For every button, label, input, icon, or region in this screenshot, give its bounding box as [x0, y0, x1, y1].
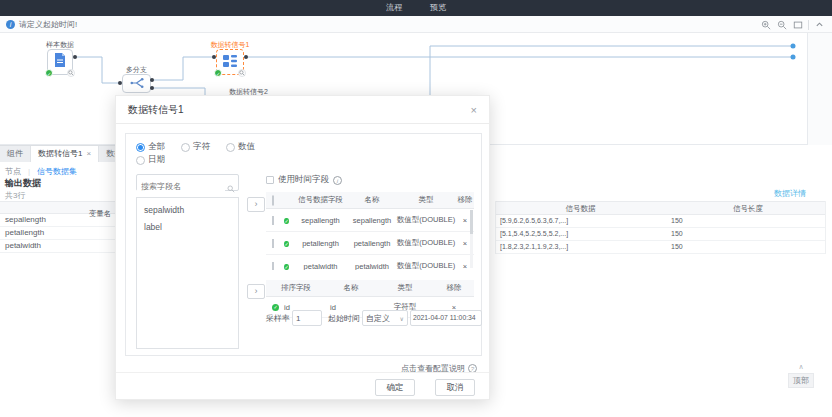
field-row: ✓ sepallength sepallength 数值型(DOUBLE) ×: [266, 209, 474, 232]
row-select-cell: [266, 216, 280, 225]
use-time-label: 使用时间字段: [278, 174, 329, 186]
list-item[interactable]: label: [137, 215, 238, 232]
close-icon[interactable]: ×: [471, 104, 477, 116]
field-column-header: 信号数据字段: [293, 195, 348, 205]
signal-length-column-header: 信号长度: [661, 202, 825, 214]
cancel-button[interactable]: 取消: [435, 379, 475, 396]
row-checkbox[interactable]: [272, 262, 274, 271]
type-filter-radios-row2: 日期: [136, 154, 165, 166]
scrollbar-thumb[interactable]: [470, 210, 473, 234]
row-checkbox[interactable]: [272, 239, 274, 248]
signal-fields-table: 信号数据字段 名称 类型 移除 ✓ sepallength sepallengt…: [266, 192, 474, 270]
signal-table-header: 信号数据 信号长度: [496, 201, 825, 215]
start-time-mode-select[interactable]: 自定义∨: [362, 310, 408, 326]
magnifier-badge-icon[interactable]: [238, 69, 246, 77]
type-cell: 数值型(DOUBLE): [396, 261, 456, 270]
signal-data-cell: [5.9,6.2,6.5,6.3,6.7,...]: [496, 215, 661, 227]
signal-length-cell: 150: [661, 215, 825, 227]
info-icon: i: [6, 20, 15, 29]
status-cell: ✓: [280, 262, 293, 271]
magnifier-badge-icon[interactable]: [67, 69, 75, 77]
notice-bar: i 请定义起始时间!: [0, 16, 832, 33]
use-time-field-checkbox-row: 使用时间字段 i: [266, 174, 342, 186]
node-multi-branch[interactable]: 多分支: [122, 74, 151, 93]
field-row: ✓ petallength petallength 数值型(DOUBLE) ×: [266, 232, 474, 255]
tab-data-to-signal-1[interactable]: 数据转信号1×: [31, 146, 99, 162]
notice-text: 请定义起始时间!: [19, 19, 77, 30]
node-label: 多分支: [126, 65, 147, 75]
confirm-button[interactable]: 确定: [375, 379, 415, 396]
transfer-sort-field-button[interactable]: ›: [247, 284, 265, 299]
field-cell: petalwidth: [293, 262, 348, 271]
radio-icon: [226, 143, 235, 152]
tab-components[interactable]: 组件: [0, 146, 31, 162]
name-cell: petallength: [348, 239, 396, 248]
list-item[interactable]: sepalwidth: [137, 198, 238, 215]
use-time-checkbox[interactable]: [266, 176, 274, 184]
radio-date[interactable]: 日期: [136, 154, 165, 166]
table-scrollbar[interactable]: [470, 210, 473, 268]
collapse-panel-icon[interactable]: [814, 19, 825, 30]
radio-all[interactable]: 全部: [136, 141, 165, 153]
back-to-top-label: 顶部: [788, 373, 814, 388]
signal-data-column-header: 信号数据: [496, 202, 661, 214]
subtab-signal-dataset[interactable]: 信号数据集: [37, 166, 77, 177]
signal-data-cell: [1.8,2.3,2.1,1.9,2.3,...]: [496, 241, 661, 253]
top-tab-flow[interactable]: 流程: [386, 0, 402, 16]
field-cell: sepallength: [293, 216, 348, 225]
subtab-node[interactable]: 节点: [5, 166, 21, 177]
input-port[interactable]: [118, 81, 122, 85]
radio-label: 日期: [148, 154, 165, 166]
sample-rate-label: 采样率: [266, 313, 290, 324]
data-detail-link[interactable]: 数据详情: [774, 188, 806, 199]
start-time-label: 起始时间: [328, 313, 360, 324]
fit-view-icon[interactable]: [792, 19, 803, 30]
radio-numeric[interactable]: 数值: [226, 141, 255, 153]
table-row[interactable]: [5.9,6.2,6.5,6.3,6.7,...] 150: [496, 215, 825, 228]
sample-rate-input[interactable]: [292, 310, 322, 326]
node-sample-data[interactable]: 样本数据 ✓: [47, 49, 73, 75]
table-row[interactable]: [5.1,5.4,5.2,5.5,5.2,...] 150: [496, 228, 825, 241]
success-badge-icon: ✓: [45, 69, 53, 77]
zoom-out-icon[interactable]: [776, 19, 787, 30]
top-tab-preview[interactable]: 预览: [430, 0, 446, 16]
output-port[interactable]: [244, 55, 248, 59]
output-port[interactable]: [73, 55, 77, 59]
signal-data-cell: [5.1,5.4,5.2,5.5,5.2,...]: [496, 228, 661, 240]
radio-icon: [181, 143, 190, 152]
radio-string[interactable]: 字符: [181, 141, 210, 153]
canvas-right-strip: [807, 33, 832, 145]
node-data-to-signal-1[interactable]: 数据转信号1 ✓: [216, 49, 244, 75]
back-to-top-button[interactable]: ∧ 顶部: [788, 362, 814, 388]
radio-label: 全部: [148, 141, 165, 153]
radio-label: 字符: [193, 141, 210, 153]
app-root: 流程 预览 i 请定义起始时间! 样本数据: [0, 0, 832, 417]
table-row[interactable]: [1.8,2.3,2.1,1.9,2.3,...] 150: [496, 241, 825, 254]
start-time-datetime-input[interactable]: 2021-04-07 11:00:34: [410, 310, 482, 326]
output-port[interactable]: [150, 86, 154, 90]
field-search-box: [136, 174, 239, 191]
output-data-title: 输出数据: [5, 177, 41, 190]
search-input[interactable]: [137, 179, 225, 194]
status-ok-icon: ✓: [284, 264, 288, 270]
input-port[interactable]: [212, 55, 216, 59]
status-ok-icon: ✓: [284, 218, 288, 224]
info-icon[interactable]: i: [333, 176, 342, 185]
select-all-checkbox[interactable]: [272, 195, 274, 206]
type-column-header: 类型: [376, 283, 434, 293]
footer-divider: [116, 372, 489, 373]
row-select-cell: [266, 239, 280, 248]
close-tab-icon[interactable]: ×: [86, 149, 91, 158]
signal-grid-icon: [223, 53, 237, 71]
subtab-divider: |: [28, 167, 30, 176]
result-subtabs: 节点 | 信号数据集: [5, 166, 77, 177]
toolbar-divider: [808, 20, 809, 30]
signal-length-cell: 150: [661, 228, 825, 240]
row-checkbox[interactable]: [272, 216, 274, 225]
zoom-in-icon[interactable]: [760, 19, 771, 30]
remove-column-header: 移除: [456, 195, 474, 205]
output-port[interactable]: [150, 78, 154, 82]
type-cell: 数值型(DOUBLE): [396, 215, 456, 225]
signal-length-cell: 150: [661, 241, 825, 253]
transfer-fields-button[interactable]: ›: [247, 197, 265, 212]
